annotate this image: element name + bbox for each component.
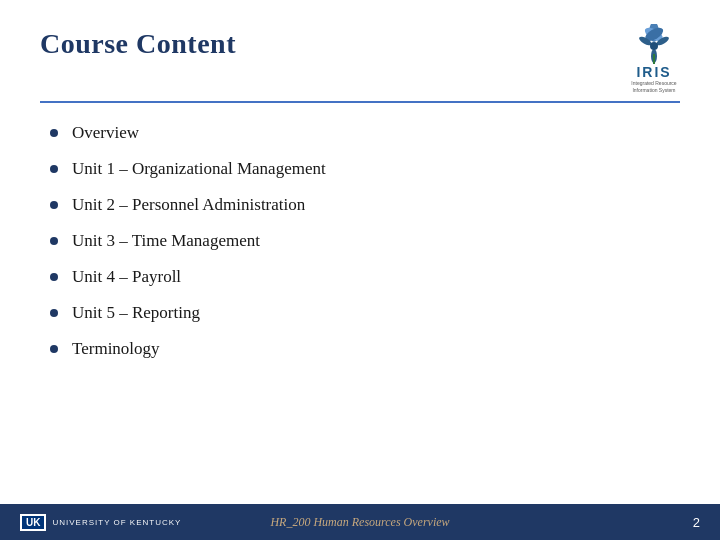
footer-page-number: 2 xyxy=(693,515,700,530)
footer-course-title: HR_200 Human Resources Overview xyxy=(270,515,449,530)
iris-logo-title: IRIS xyxy=(636,64,671,80)
list-item-text: Unit 3 – Time Management xyxy=(72,231,260,251)
list-item-text: Unit 1 – Organizational Management xyxy=(72,159,326,179)
uk-logo: UK University of Kentucky xyxy=(20,514,181,531)
list-item-text: Terminology xyxy=(72,339,160,359)
iris-logo-subtitle: Integrated ResourceInformation System xyxy=(631,80,676,93)
uk-label: UK xyxy=(20,514,46,531)
slide-header: Course Content xyxy=(40,28,680,103)
bullet-dot xyxy=(50,345,58,353)
list-item: Unit 3 – Time Management xyxy=(50,231,680,251)
bullet-dot xyxy=(50,201,58,209)
bullet-dot xyxy=(50,129,58,137)
slide: Course Content xyxy=(0,0,720,540)
uk-university-name: University of Kentucky xyxy=(52,518,181,527)
svg-point-6 xyxy=(650,42,658,50)
content-list: OverviewUnit 1 – Organizational Manageme… xyxy=(40,123,680,359)
list-item: Unit 4 – Payroll xyxy=(50,267,680,287)
list-item-text: Unit 5 – Reporting xyxy=(72,303,200,323)
list-item-text: Overview xyxy=(72,123,139,143)
list-item: Unit 2 – Personnel Administration xyxy=(50,195,680,215)
slide-title: Course Content xyxy=(40,28,236,60)
bullet-dot xyxy=(50,165,58,173)
list-item-text: Unit 4 – Payroll xyxy=(72,267,181,287)
list-item: Terminology xyxy=(50,339,680,359)
bullet-dot xyxy=(50,309,58,317)
iris-logo: IRIS Integrated ResourceInformation Syst… xyxy=(628,24,680,93)
iris-logo-graphic xyxy=(628,24,680,64)
slide-footer: UK University of Kentucky HR_200 Human R… xyxy=(0,504,720,540)
bullet-dot xyxy=(50,273,58,281)
list-item-text: Unit 2 – Personnel Administration xyxy=(72,195,305,215)
list-item: Unit 1 – Organizational Management xyxy=(50,159,680,179)
bullet-dot xyxy=(50,237,58,245)
list-item: Unit 5 – Reporting xyxy=(50,303,680,323)
list-item: Overview xyxy=(50,123,680,143)
